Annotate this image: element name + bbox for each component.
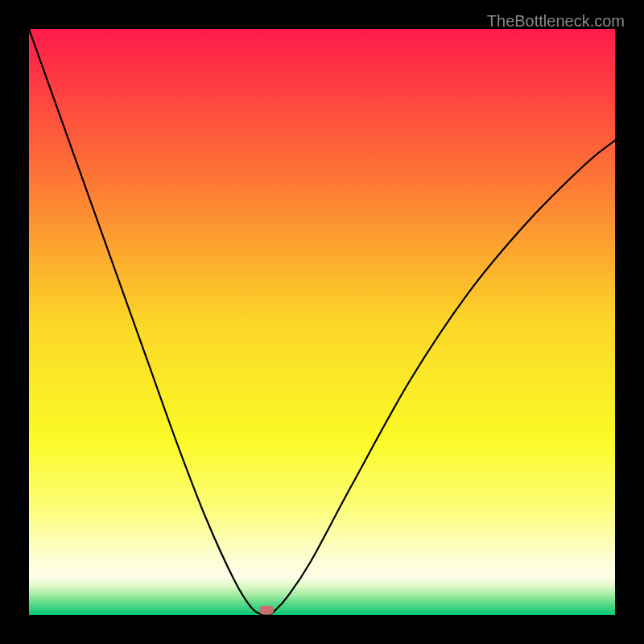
bottleneck-curve — [29, 29, 615, 615]
plot-area — [29, 29, 615, 615]
optimal-point-marker — [259, 606, 274, 615]
chart-frame: TheBottleneck.com — [0, 0, 644, 644]
watermark-text: TheBottleneck.com — [487, 12, 625, 31]
